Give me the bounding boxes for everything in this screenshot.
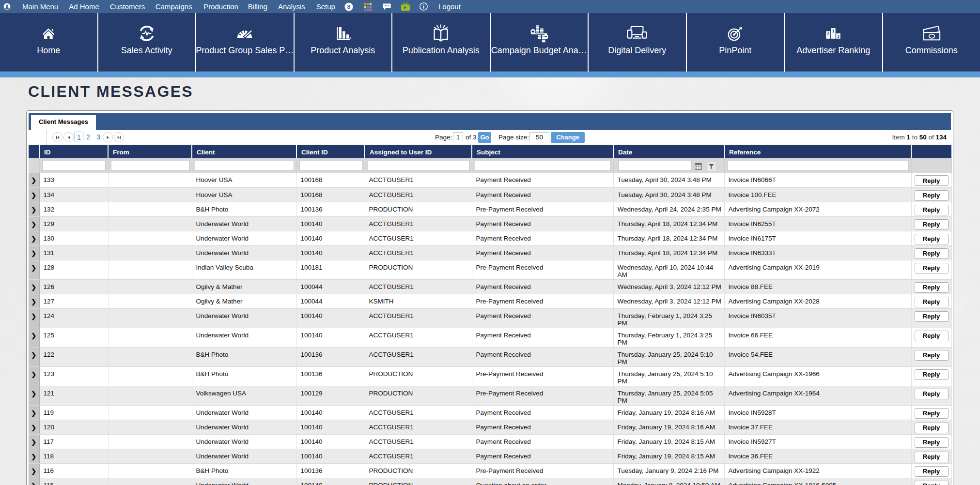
svg-text:8: 8 <box>347 3 351 10</box>
svg-text:1: 1 <box>832 29 835 33</box>
svg-text:3: 3 <box>837 34 840 39</box>
svg-text:2: 2 <box>827 31 829 36</box>
